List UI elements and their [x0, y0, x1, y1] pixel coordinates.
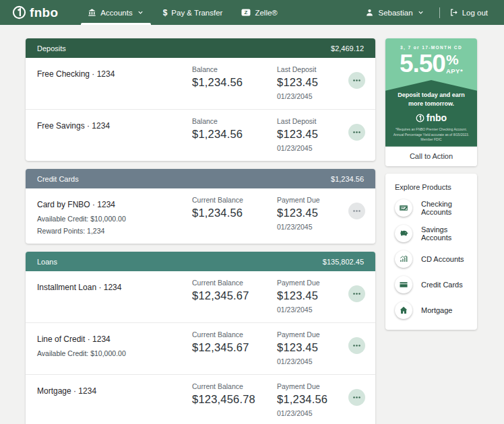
- top-nav: fnbo Accounts $ Pay & Transfer Z Zelle® …: [0, 0, 504, 25]
- checkbook-icon: [395, 199, 412, 217]
- promo-disclaimer: *Requires an FNBO Premier Checking Accou…: [390, 127, 472, 143]
- explore-item-label: Mortgage: [421, 306, 452, 314]
- explore-item-cd-accounts[interactable]: CD Accounts: [395, 250, 468, 268]
- explore-item-label: CD Accounts: [421, 255, 464, 263]
- cd-promo-banner[interactable]: 3, 7 or 17-MONTH CD 5.50 % APY* Deposit …: [385, 38, 477, 147]
- row-actions-button[interactable]: [348, 285, 365, 302]
- nav-tab-pay-transfer[interactable]: $ Pay & Transfer: [154, 0, 232, 25]
- balance-value: $1,234.56: [192, 128, 277, 141]
- available-credit: Available Credit: $10,000.00: [37, 215, 187, 223]
- current-balance-value: $1,234.56: [192, 207, 277, 219]
- section-title: Credit Cards: [37, 175, 79, 183]
- explore-item-checking-accounts[interactable]: Checking Accounts: [395, 199, 468, 217]
- section-header-credit-cards: Credit Cards $1,234.56: [26, 169, 375, 188]
- account-row-free-checking: Free Checking · 1234 Balance $1,234.56 L…: [26, 58, 375, 109]
- logout-label: Log out: [462, 9, 488, 17]
- ellipsis-icon: [353, 396, 360, 398]
- account-name-link[interactable]: Free Checking · 1234: [37, 69, 187, 79]
- section-total: $1,234.56: [331, 175, 364, 183]
- payment-due-label: Payment Due: [277, 279, 348, 287]
- section-total: $2,469.12: [331, 44, 364, 52]
- logout-icon: [449, 8, 458, 17]
- balance-value: $1,234.56: [192, 76, 277, 89]
- last-deposit-value: $123.45: [277, 76, 348, 89]
- current-balance-label: Current Balance: [192, 330, 277, 339]
- last-deposit-date: 01/23/2045: [277, 144, 348, 152]
- last-deposit-label: Last Deposit: [277, 65, 348, 73]
- chevron-down-icon: [137, 9, 144, 16]
- section-header-loans: Loans $135,802.45: [26, 252, 375, 271]
- logout-button[interactable]: Log out: [447, 8, 491, 17]
- current-balance-value: $123,456.78: [192, 393, 277, 406]
- payment-due-label: Payment Due: [277, 330, 348, 339]
- promo-message: Deposit today and earn more tomorrow.: [390, 91, 472, 108]
- payment-due-date: 01/23/2045: [277, 306, 348, 314]
- payment-due-value: $123.45: [277, 341, 348, 354]
- account-row-mortgage: Mortgage · 1234 Current Balance $123,456…: [26, 374, 375, 424]
- current-balance-label: Current Balance: [192, 382, 277, 390]
- nav-tab-label: Pay & Transfer: [171, 9, 222, 17]
- explore-item-label: Checking Accounts: [421, 200, 468, 216]
- explore-item-label: Savings Accounts: [421, 225, 468, 242]
- account-name-link[interactable]: Card by FNBO · 1234: [37, 200, 187, 209]
- payment-due-date: 01/23/2045: [277, 223, 348, 231]
- current-balance-label: Current Balance: [192, 196, 277, 204]
- promo-percent-sign: %: [446, 52, 459, 67]
- payment-due-value: $123.45: [277, 207, 348, 219]
- explore-item-credit-cards[interactable]: Credit Cards: [395, 276, 468, 293]
- promo-fnbo-logo: fnbo: [390, 112, 472, 123]
- row-actions-button[interactable]: [348, 389, 365, 406]
- user-name: Sebastian: [378, 9, 412, 17]
- nav-tab-zelle[interactable]: Z Zelle®: [232, 0, 286, 25]
- nav-divider: [439, 7, 440, 18]
- svg-text:Z: Z: [245, 9, 248, 15]
- credit-card-icon: [395, 276, 412, 293]
- explore-products-title: Explore Products: [395, 183, 468, 191]
- account-name-link[interactable]: Line of Credit · 1234: [37, 334, 187, 344]
- user-menu[interactable]: Sebastian: [357, 8, 432, 17]
- bank-icon: [88, 8, 96, 17]
- account-name-link[interactable]: Installment Loan · 1234: [37, 283, 187, 292]
- circle-one-icon: [416, 114, 424, 122]
- fnbo-logo: fnbo: [12, 5, 58, 20]
- balance-label: Balance: [192, 117, 277, 125]
- row-actions-button[interactable]: [348, 124, 365, 141]
- row-actions-button[interactable]: [348, 72, 365, 89]
- ellipsis-icon: [353, 131, 360, 133]
- explore-products-card: Explore Products Checking Accounts Savin…: [385, 174, 477, 330]
- account-row-free-savings: Free Savings · 1234 Balance $1,234.56 La…: [26, 109, 375, 161]
- ellipsis-icon: [353, 79, 360, 81]
- payment-due-value: $1,234.56: [277, 393, 348, 406]
- account-name-link[interactable]: Free Savings · 1234: [37, 121, 187, 131]
- account-row-card-by-fnbo: Card by FNBO · 1234 Available Credit: $1…: [26, 188, 375, 244]
- current-balance-value: $12,345.67: [192, 341, 277, 354]
- house-icon: [395, 302, 412, 319]
- explore-item-mortgage[interactable]: Mortgage: [395, 302, 468, 319]
- row-actions-button[interactable]: [348, 203, 365, 219]
- payment-due-value: $123.45: [277, 289, 348, 302]
- growth-chart-icon: [395, 250, 412, 268]
- page-content: Deposits $2,469.12 Free Checking · 1234 …: [0, 25, 504, 424]
- last-deposit-label: Last Deposit: [277, 117, 348, 125]
- nav-tab-accounts[interactable]: Accounts: [78, 0, 153, 25]
- section-header-deposits: Deposits $2,469.12: [26, 38, 375, 58]
- call-to-action-link[interactable]: Call to Action: [385, 147, 477, 166]
- piggy-bank-icon: [395, 225, 412, 242]
- loans-section: Loans $135,802.45 Installment Loan · 123…: [26, 252, 375, 424]
- sidebar: 3, 7 or 17-MONTH CD 5.50 % APY* Deposit …: [385, 38, 477, 330]
- ellipsis-icon: [353, 293, 360, 295]
- zelle-icon: Z: [241, 9, 251, 16]
- promo-brand-name: fnbo: [427, 112, 447, 123]
- account-name-link[interactable]: Mortgage · 1234: [37, 386, 187, 396]
- explore-item-savings-accounts[interactable]: Savings Accounts: [395, 225, 468, 242]
- chevron-down-icon: [417, 9, 424, 16]
- explore-item-label: Credit Cards: [421, 281, 463, 289]
- section-total: $135,802.45: [323, 258, 364, 266]
- payment-due-date: 01/23/2045: [277, 409, 348, 417]
- ellipsis-icon: [353, 210, 360, 212]
- row-actions-button[interactable]: [348, 337, 365, 354]
- promo-apy-label: APY*: [446, 67, 463, 75]
- account-row-installment-loan: Installment Loan · 1234 Current Balance …: [26, 271, 375, 322]
- dollar-icon: $: [163, 8, 168, 17]
- cd-promo-card: 3, 7 or 17-MONTH CD 5.50 % APY* Deposit …: [385, 38, 477, 166]
